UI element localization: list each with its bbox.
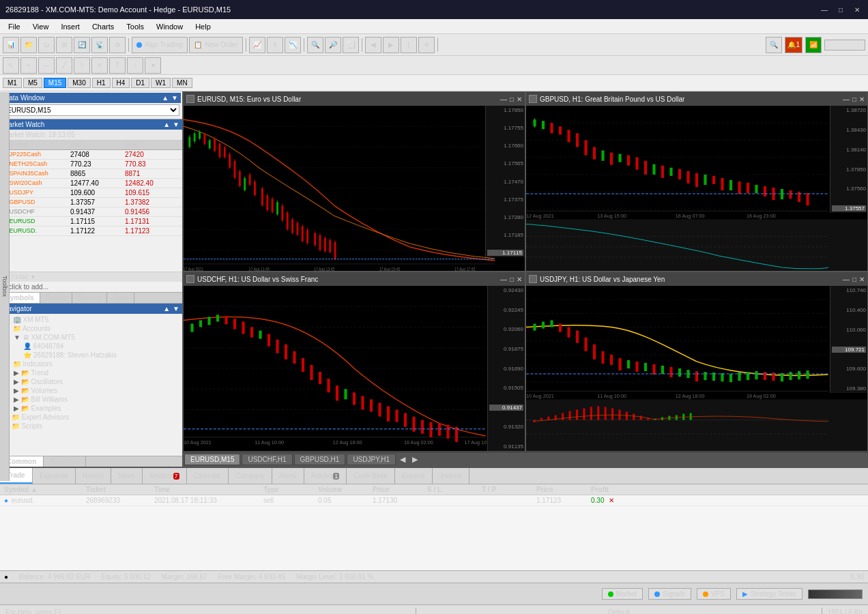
nav-item-folder[interactable]: ▶ 📁 Scripts — [1, 422, 181, 430]
toolbar-scroll-left[interactable]: ◀ — [365, 37, 381, 53]
chart2-minimize[interactable]: — — [843, 96, 850, 103]
chart4-close[interactable]: ✕ — [859, 276, 865, 283]
chart1-body[interactable]: 17 Aug 2021 17 Aug 11:45 17 Aug 13:45 17… — [184, 106, 525, 271]
tf-h4[interactable]: H4 — [112, 78, 130, 88]
market-watch-row[interactable]: ◆ JP225Cash 27408 27420 — [0, 150, 182, 160]
toolbar-connect[interactable]: 📡 — [91, 37, 108, 53]
toolbar-connected[interactable]: 📶 — [805, 37, 822, 53]
nav-scroll-up[interactable]: ▲ — [163, 305, 170, 312]
menu-view[interactable]: View — [27, 21, 55, 32]
toolbar-new-chart[interactable]: 📊 — [3, 37, 19, 53]
market-watch-row[interactable]: ◆ GBPUSD 1.37357 1.37382 — [0, 198, 182, 207]
chart-tab-usdjpy[interactable]: USDJPY,H1 — [347, 454, 396, 465]
toolbar-settings[interactable]: ⚙ — [109, 37, 126, 53]
chart4-minimize[interactable]: — — [843, 276, 850, 283]
minimize-button[interactable]: — — [819, 4, 830, 15]
tf-d1[interactable]: D1 — [131, 78, 149, 88]
nav-item-folder[interactable]: ▼ 📁 Accounts — [1, 324, 181, 333]
bottom-tab-calendar[interactable]: Calendar — [187, 468, 229, 484]
new-order-button[interactable]: 📋 New Order — [189, 37, 242, 53]
chart3-close[interactable]: ✕ — [517, 276, 522, 283]
menu-tools[interactable]: Tools — [121, 21, 149, 32]
toolbar-period-sep[interactable]: | — [401, 37, 417, 53]
chart2-maximize[interactable]: □ — [852, 96, 856, 103]
market-watch-row[interactable]: ◆ USDCHF 0.91437 0.91456 — [0, 207, 182, 217]
nav-item-subfolder[interactable]: ▶ 📂 Volumes — [1, 386, 181, 395]
bottom-tab-exposure[interactable]: Exposure — [33, 468, 76, 484]
chart-tab-scroll-left[interactable]: ◀ — [397, 454, 408, 465]
chart4-body[interactable]: 10 Aug 2021 11 Aug 10:00 12 Aug 18:00 16… — [526, 286, 867, 451]
toolbar-scroll-right[interactable]: ▶ — [383, 37, 399, 53]
bottom-tab-mailbox[interactable]: Mailbox 7 — [143, 468, 186, 484]
nav-item-broker[interactable]: ▼ 🏢 XM MT5 — [1, 315, 181, 324]
side-toolbox[interactable]: Toolbox — [0, 92, 10, 481]
algo-trading-button[interactable]: Algo Trading — [132, 37, 188, 53]
bottom-tab-news[interactable]: News — [111, 468, 143, 484]
toolbar-templates[interactable]: 📁 — [20, 37, 37, 53]
draw-more[interactable]: ▾ — [145, 57, 161, 74]
td-close-button[interactable]: ✕ — [609, 497, 614, 504]
chart3-minimize[interactable]: — — [500, 276, 507, 283]
draw-text[interactable]: T — [109, 57, 126, 74]
chart3-maximize[interactable]: □ — [510, 276, 514, 283]
toolbar-crosshair[interactable]: ✛ — [418, 37, 435, 53]
nav-item-account[interactable]: 👤 64048784 — [1, 342, 181, 351]
tf-m30[interactable]: M30 — [68, 78, 90, 88]
nav-item-subfolder[interactable]: ▶ 📂 Examples — [1, 404, 181, 413]
menu-window[interactable]: Window — [151, 21, 188, 32]
bottom-tab-company[interactable]: Company — [229, 468, 272, 484]
chart-tab-scroll-right[interactable]: ▶ — [409, 454, 420, 465]
nav-item-subfolder[interactable]: ▶ 📂 Oscillators — [1, 377, 181, 386]
data-window-scroll-down[interactable]: ▼ — [171, 94, 178, 102]
bottom-tab-journal[interactable]: Journal — [433, 468, 469, 484]
vps-button[interactable]: VPS — [697, 588, 731, 600]
chart1-close[interactable]: ✕ — [517, 96, 522, 103]
bottom-tab-codebase[interactable]: Code Base — [347, 468, 394, 484]
draw-crosshair[interactable]: + — [20, 57, 37, 74]
draw-channels[interactable]: ≡ — [91, 57, 108, 74]
chart2-close[interactable]: ✕ — [859, 96, 865, 103]
tf-mn[interactable]: MN — [172, 78, 192, 88]
menu-help[interactable]: Help — [190, 21, 216, 32]
chart1-maximize[interactable]: □ — [510, 96, 514, 103]
market-watch-row[interactable]: ◆ EURUSD. 1.17122 1.17123 — [0, 226, 182, 236]
mw-tab-ticks[interactable]: Ticks — [107, 293, 134, 303]
data-window-symbol-select[interactable]: EURUSD,M15 — [3, 104, 179, 116]
chart-usdjpy-h1[interactable]: USDJPY, H1: US Dollar vs Japanese Yen — … — [525, 272, 868, 452]
chart3-body[interactable]: 10 Aug 2021 11 Aug 10:00 12 Aug 18:00 16… — [184, 286, 525, 451]
mw-tab-trading[interactable]: Trading — [72, 293, 107, 303]
toolbar-refresh[interactable]: 🔄 — [74, 37, 90, 53]
market-watch-row[interactable]: ◆ USDJPY 109.600 109.615 — [0, 188, 182, 198]
tf-m15[interactable]: M15 — [44, 78, 66, 88]
chart-gbpusd-h1[interactable]: GBPUSD, H1: Great Britain Pound vs US Do… — [525, 91, 868, 272]
strategy-tester-button[interactable]: ▶ Strategy Tester — [736, 588, 802, 600]
draw-line-d[interactable]: ╱ — [56, 57, 72, 74]
market-button[interactable]: Market — [602, 588, 643, 600]
toolbar-chart-line[interactable]: 📉 — [285, 37, 301, 53]
nav-item-folder[interactable]: ▼ 📁 Indicators — [1, 360, 181, 368]
mw-add-label[interactable]: + click to add... — [0, 282, 182, 292]
chart-tab-usdchf[interactable]: USDCHF,H1 — [242, 454, 292, 465]
market-watch-row[interactable]: ◆ EURUSD 1.17115 1.17131 — [0, 217, 182, 226]
bottom-tab-alerts[interactable]: Alerts — [272, 468, 304, 484]
mw-scroll-down[interactable]: ▼ — [173, 121, 179, 128]
toolbar-fit[interactable]: ⬜ — [343, 37, 359, 53]
toolbar-search[interactable]: 🔍 — [766, 37, 782, 53]
market-watch-row[interactable]: ◆ NETH25Cash 770.23 770.83 — [0, 160, 182, 169]
toolbar-zoom-in[interactable]: 🔍 — [307, 37, 323, 53]
nav-item-subfolder[interactable]: ▶ 📂 Trend — [1, 368, 181, 377]
chart-tab-gbpusd[interactable]: GBPUSD,H1 — [294, 454, 346, 465]
menu-charts[interactable]: Charts — [87, 21, 119, 32]
toolbar-zoom-out[interactable]: 🔎 — [325, 37, 341, 53]
toolbar-chart-bar[interactable]: 📈 — [249, 37, 265, 53]
tf-h1[interactable]: H1 — [92, 78, 111, 88]
chart2-body[interactable]: 12 Aug 2021 13 Aug 15:00 16 Aug 07:00 16… — [526, 106, 867, 271]
mw-tab-details[interactable]: Details — [40, 293, 73, 303]
draw-arrows[interactable]: ↕ — [127, 57, 143, 74]
chart-eurusd-m15[interactable]: EURUSD, M15: Euro vs US Dollar — □ ✕ — [183, 91, 525, 272]
nav-scroll-down[interactable]: ▼ — [173, 305, 179, 312]
nav-item-account-active[interactable]: ⭐ 26829188: Steven Hatzakis — [1, 351, 181, 360]
market-watch-row[interactable]: ◆ SPAIN35Cash 8865 8871 — [0, 169, 182, 179]
tf-m1[interactable]: M1 — [3, 78, 22, 88]
bottom-tab-experts[interactable]: Experts — [395, 468, 433, 484]
